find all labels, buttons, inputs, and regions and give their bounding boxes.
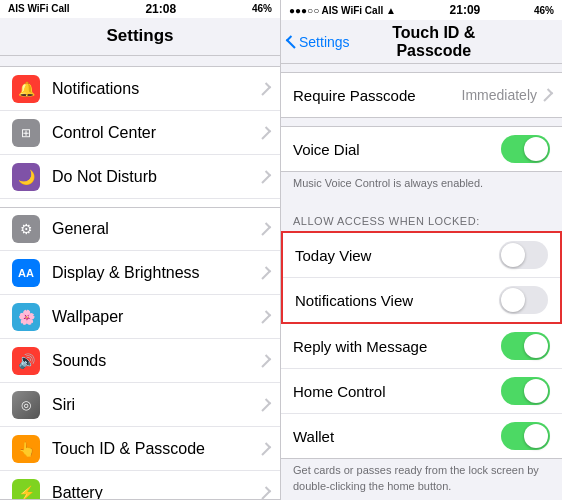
require-passcode-item[interactable]: Require Passcode Immediately xyxy=(281,73,562,117)
voice-dial-item: Voice Dial xyxy=(281,127,562,171)
sounds-icon: 🔊 xyxy=(12,347,40,375)
voice-dial-section: Voice Dial Music Voice Control is always… xyxy=(281,126,562,199)
require-passcode-value: Immediately xyxy=(462,87,537,103)
settings-list: 🔔 Notifications ⊞ Control Center 🌙 Do No… xyxy=(0,66,280,500)
notifications-label: Notifications xyxy=(52,80,261,98)
right-content: Require Passcode Immediately Voice Dial … xyxy=(281,64,562,500)
wallet-item: Wallet xyxy=(281,414,562,458)
general-icon: ⚙ xyxy=(12,215,40,243)
voice-dial-list: Voice Dial xyxy=(281,126,562,172)
allow-access-list: Reply with Message Home Control Wallet xyxy=(281,322,562,459)
reply-message-label: Reply with Message xyxy=(293,338,501,355)
right-status-bar: ●●●○○ AIS WiFi Call ▲ 21:09 46% xyxy=(281,0,562,20)
control-center-label: Control Center xyxy=(52,124,261,142)
voice-dial-footer: Music Voice Control is always enabled. xyxy=(281,172,562,199)
wallpaper-icon: 🌸 xyxy=(12,303,40,331)
left-title: Settings xyxy=(106,26,173,46)
right-panel: ●●●○○ AIS WiFi Call ▲ 21:09 46% Settings… xyxy=(281,0,562,500)
home-control-label: Home Control xyxy=(293,383,501,400)
settings-item-control-center[interactable]: ⊞ Control Center xyxy=(0,111,280,155)
back-button[interactable]: Settings xyxy=(289,34,350,50)
wallet-label: Wallet xyxy=(293,428,501,445)
require-passcode-list: Require Passcode Immediately xyxy=(281,72,562,118)
touchid-label: Touch ID & Passcode xyxy=(52,440,261,458)
chevron-icon xyxy=(540,88,553,101)
left-nav-header: Settings xyxy=(0,18,280,57)
dnd-icon: 🌙 xyxy=(12,163,40,191)
settings-item-general[interactable]: ⚙ General xyxy=(0,207,280,251)
wallpaper-label: Wallpaper xyxy=(52,308,261,326)
right-nav-header: Settings Touch ID & Passcode xyxy=(281,20,562,64)
settings-item-wallpaper[interactable]: 🌸 Wallpaper xyxy=(0,295,280,339)
reply-message-item: Reply with Message xyxy=(281,324,562,369)
highlight-box: Today View Notifications View xyxy=(281,231,562,322)
voice-dial-label: Voice Dial xyxy=(293,141,501,158)
notifications-view-label: Notifications View xyxy=(295,292,499,309)
wallet-toggle[interactable] xyxy=(501,422,550,450)
battery-label: Battery xyxy=(52,484,261,500)
right-carrier: ●●●○○ AIS WiFi Call ▲ xyxy=(289,5,396,16)
display-label: Display & Brightness xyxy=(52,264,261,282)
home-control-toggle[interactable] xyxy=(501,377,550,405)
settings-item-sounds[interactable]: 🔊 Sounds xyxy=(0,339,280,383)
today-view-item: Today View xyxy=(283,233,560,278)
right-battery: 46% xyxy=(534,5,554,16)
settings-item-display[interactable]: AA Display & Brightness xyxy=(0,251,280,295)
siri-icon: ◎ xyxy=(12,391,40,419)
require-passcode-label: Require Passcode xyxy=(293,87,462,104)
left-carrier: AIS WiFi Call xyxy=(8,3,70,14)
left-status-bar: AIS WiFi Call 21:08 46% xyxy=(0,0,280,18)
require-passcode-section: Require Passcode Immediately xyxy=(281,72,562,118)
home-control-item: Home Control xyxy=(281,369,562,414)
notifications-view-item: Notifications View xyxy=(283,278,560,322)
battery-icon: ⚡ xyxy=(12,479,40,500)
wallet-footer: Get cards or passes ready from the lock … xyxy=(281,459,562,500)
sounds-label: Sounds xyxy=(52,352,261,370)
general-label: General xyxy=(52,220,261,238)
today-view-label: Today View xyxy=(295,247,499,264)
allow-access-section: ALLOW ACCESS WHEN LOCKED: Today View Not… xyxy=(281,207,562,500)
left-time: 21:08 xyxy=(145,2,176,16)
control-center-icon: ⊞ xyxy=(12,119,40,147)
settings-item-siri[interactable]: ◎ Siri xyxy=(0,383,280,427)
touchid-icon: 👆 xyxy=(12,435,40,463)
right-time: 21:09 xyxy=(450,3,481,17)
dnd-label: Do Not Disturb xyxy=(52,168,261,186)
display-icon: AA xyxy=(12,259,40,287)
left-panel: AIS WiFi Call 21:08 46% Settings 🔔 Notif… xyxy=(0,0,281,500)
notifications-view-toggle[interactable] xyxy=(499,286,548,314)
today-view-toggle[interactable] xyxy=(499,241,548,269)
settings-item-notifications[interactable]: 🔔 Notifications xyxy=(0,67,280,111)
settings-item-battery[interactable]: ⚡ Battery xyxy=(0,471,280,500)
settings-item-dnd[interactable]: 🌙 Do Not Disturb xyxy=(0,155,280,199)
allow-access-header: ALLOW ACCESS WHEN LOCKED: xyxy=(281,207,562,231)
back-chevron-icon xyxy=(286,35,299,48)
voice-dial-toggle[interactable] xyxy=(501,135,550,163)
settings-item-touchid[interactable]: 👆 Touch ID & Passcode xyxy=(0,427,280,471)
siri-label: Siri xyxy=(52,396,261,414)
right-title: Touch ID & Passcode xyxy=(354,24,514,60)
notifications-icon: 🔔 xyxy=(12,75,40,103)
left-battery: 46% xyxy=(252,3,272,14)
back-label: Settings xyxy=(299,34,350,50)
reply-message-toggle[interactable] xyxy=(501,332,550,360)
